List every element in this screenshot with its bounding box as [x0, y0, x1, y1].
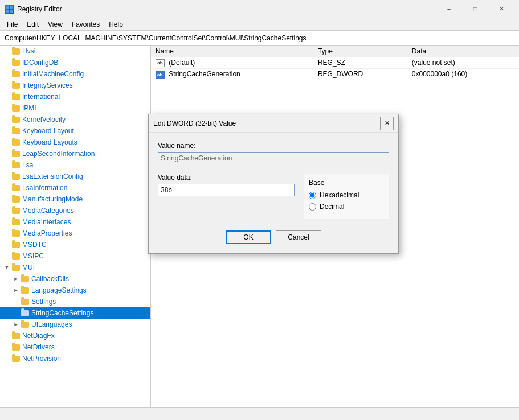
svg-text:ab: ab [157, 72, 162, 77]
tree-label: LanguageSettings [31, 286, 87, 294]
tree-item-international[interactable]: International [0, 91, 150, 102]
tree-label: MSIPC [22, 252, 44, 260]
tree-item-languagesettings[interactable]: ► LanguageSettings [0, 285, 150, 296]
maximize-button[interactable]: □ [462, 0, 488, 18]
tree-item-kernelvelocity[interactable]: KernelVelocity [0, 114, 150, 125]
folder-icon [11, 150, 21, 158]
table-row[interactable]: ab (Default) REG_SZ (value not set) [151, 57, 519, 69]
expand-icon [2, 69, 11, 79]
tree-item-ipmi[interactable]: IPMI [0, 102, 150, 114]
tree-item-keyboard-layouts[interactable]: Keyboard Layouts [0, 137, 150, 148]
menu-view[interactable]: View [43, 19, 67, 30]
menu-help[interactable]: Help [104, 19, 128, 30]
folder-icon [11, 47, 21, 55]
folder-icon [11, 332, 21, 340]
menu-edit[interactable]: Edit [22, 19, 43, 30]
folder-icon [21, 320, 30, 328]
dialog-buttons: OK Cancel [158, 230, 389, 244]
expand-icon: ► [11, 286, 21, 295]
folder-icon [11, 116, 21, 123]
tree-label: NetDrivers [22, 343, 55, 351]
tree-item-netdrivers[interactable]: NetDrivers [0, 341, 150, 353]
tree-label: Settings [31, 298, 56, 306]
row-type: REG_SZ [313, 57, 407, 69]
radio-hexadecimal[interactable]: Hexadecimal [309, 191, 384, 199]
dialog-body: Value name: Value data: Base Hexadecimal… [149, 133, 398, 253]
tree-item-mediainterfaces[interactable]: MediaInterfaces [0, 216, 150, 228]
tree-item-lsaextensionconfig[interactable]: LsaExtensionConfig [0, 171, 150, 182]
row-type: REG_DWORD [313, 68, 407, 80]
folder-icon [11, 343, 21, 351]
tree-label: Lsa [22, 161, 33, 169]
tree-item-msipc[interactable]: MSIPC [0, 250, 150, 262]
tree-item-callbackdlls[interactable]: ► CallbackDlls [0, 273, 150, 285]
tree-item-manufacturingmode[interactable]: ManufacturingMode [0, 193, 150, 205]
expand-icon [2, 195, 11, 204]
expand-icon [2, 206, 11, 215]
close-button[interactable]: ✕ [488, 0, 514, 18]
expand-icon [2, 172, 11, 181]
value-name-input[interactable] [158, 152, 389, 164]
expand-icon [2, 354, 11, 363]
tree-item-settings[interactable]: Settings [0, 296, 150, 307]
tree-item-stringcachesettings[interactable]: StringCacheSettings [0, 307, 150, 319]
tree-item-mediaproperties[interactable]: MediaProperties [0, 228, 150, 239]
dialog-close-button[interactable]: ✕ [380, 117, 394, 130]
value-data-section: Value data: [158, 174, 295, 219]
radio-decimal[interactable]: Decimal [309, 203, 384, 211]
tree-item-integrityservices[interactable]: IntegrityServices [0, 80, 150, 91]
folder-icon [11, 138, 21, 146]
tree-label: NetProvision [22, 355, 61, 363]
tree-item-uilanguages[interactable]: ► UILanguages [0, 319, 150, 330]
menu-favorites[interactable]: Favorites [67, 19, 104, 30]
tree-item-initialmachineconfig[interactable]: InitialMachineConfig [0, 68, 150, 80]
expand-icon [2, 183, 11, 192]
folder-icon [11, 93, 21, 101]
row-name: ab StringCacheGeneration [151, 68, 313, 80]
tree-item-lsainformation[interactable]: LsaInformation [0, 182, 150, 193]
tree-item-mediacategories[interactable]: MediaCategories [0, 205, 150, 216]
tree-label: MediaProperties [22, 229, 72, 237]
expand-icon [11, 308, 21, 318]
tree-label: International [22, 93, 60, 101]
tree-item-leapsecondinformation[interactable]: LeapSecondInformation [0, 148, 150, 159]
window-title: Registry Editor [17, 5, 436, 13]
title-bar: Registry Editor − □ ✕ [0, 0, 519, 18]
tree-item-idconfigdb[interactable]: IDConfigDB [0, 57, 150, 68]
expand-icon [2, 92, 11, 101]
tree-item-mui[interactable]: ▼ MUI [0, 262, 150, 273]
window-controls: − □ ✕ [436, 0, 514, 18]
folder-icon [21, 286, 30, 294]
folder-icon [11, 184, 21, 192]
expand-icon [2, 47, 11, 56]
reg-type-icon: ab [156, 71, 165, 79]
tree-label: NetDiagFx [22, 332, 55, 340]
folder-icon [11, 355, 21, 363]
tree-item-netdiagfx[interactable]: NetDiagFx [0, 330, 150, 341]
table-row[interactable]: ab StringCacheGeneration REG_DWORD 0x000… [151, 68, 519, 80]
tree-item-keyboard-layout[interactable]: Keyboard Layout [0, 125, 150, 137]
tree-item-lsa[interactable]: Lsa [0, 159, 150, 171]
tree-item-msdtc[interactable]: MSDTC [0, 239, 150, 250]
radio-hexadecimal-input[interactable] [309, 192, 316, 199]
tree-label: ManufacturingMode [22, 195, 83, 203]
radio-decimal-input[interactable] [309, 203, 316, 211]
menu-file[interactable]: File [2, 19, 22, 30]
svg-rect-1 [10, 6, 13, 9]
cancel-button[interactable]: Cancel [276, 230, 321, 244]
expand-icon [2, 138, 11, 147]
hexadecimal-label: Hexadecimal [320, 191, 359, 199]
expand-icon [2, 58, 11, 67]
reg-type-icon: ab [156, 59, 165, 67]
tree-item-netprovision[interactable]: NetProvision [0, 353, 150, 364]
dialog-row: Value data: Base Hexadecimal Decimal [158, 174, 389, 219]
svg-rect-0 [6, 6, 9, 9]
minimize-button[interactable]: − [436, 0, 462, 18]
dialog-title-bar: Edit DWORD (32-bit) Value ✕ [149, 114, 398, 133]
folder-icon [11, 127, 21, 135]
tree-item-hvsi[interactable]: Hvsi [0, 46, 150, 57]
folder-icon [11, 104, 21, 112]
tree-label: StringCacheSettings [31, 309, 93, 317]
ok-button[interactable]: OK [226, 230, 271, 244]
value-data-input[interactable] [158, 184, 295, 196]
